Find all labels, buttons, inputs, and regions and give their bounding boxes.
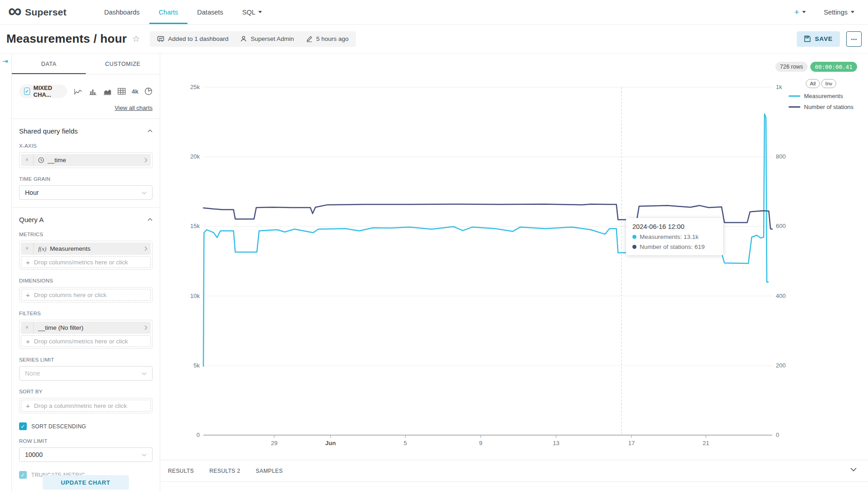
plus-icon: + [26, 402, 30, 410]
tab-customize[interactable]: CUSTOMIZE [86, 54, 160, 74]
nav-item-charts[interactable]: Charts [149, 0, 188, 24]
axis-tick-label: 25k [161, 84, 200, 90]
nav-item-sql[interactable]: SQL [233, 0, 271, 24]
clock-icon [38, 157, 44, 163]
tooltip-title: 2024-06-16 12:00 [632, 223, 717, 230]
view-all-charts-link[interactable]: View all charts [19, 104, 153, 111]
dashboard-icon [157, 35, 164, 43]
shared-query-fields-header[interactable]: Shared query fields [19, 127, 153, 135]
update-chart-button[interactable]: UPDATE CHART [43, 475, 129, 490]
page-title: Measurements / hour [6, 32, 127, 46]
viz-type-chip[interactable]: ✓ MIXED CHA... [19, 84, 67, 98]
close-icon[interactable]: × [21, 154, 34, 166]
metric-name: Measurements [50, 245, 90, 252]
expand-panel-icon[interactable]: ⇥ [2, 57, 8, 65]
tooltip-text: Measurements: 13.1k [640, 233, 699, 240]
more-options-button[interactable]: ... [846, 31, 862, 47]
big-number-icon[interactable]: 4k [132, 88, 138, 95]
top-navbar: ∞ Superset Dashboards Charts Datasets SQ… [0, 0, 868, 25]
checkbox-checked-icon: ✓ [24, 88, 30, 95]
legend-item-number-of-stations[interactable]: Number of stations [789, 104, 853, 110]
dimensions-label: DIMENSIONS [19, 278, 153, 283]
legend-swatch [789, 106, 800, 108]
metric-pill[interactable]: × f(x) Measurements [21, 243, 151, 255]
legend-swatch [789, 95, 800, 97]
axis-tick-label: 17 [620, 440, 643, 446]
filter-name: __time (No filter) [38, 324, 84, 331]
chevron-down-icon [258, 11, 262, 13]
chevron-down-icon [142, 191, 147, 194]
time-grain-label: TIME GRAIN [19, 176, 153, 182]
save-button[interactable]: SAVE [797, 31, 840, 47]
tab-results[interactable]: RESULTS [168, 468, 194, 481]
tab-samples[interactable]: SAMPLES [256, 468, 283, 481]
chart-owner[interactable]: Superset Admin [240, 35, 294, 42]
line-chart-icon[interactable] [74, 88, 83, 95]
viz-type-shortcuts: 4k [74, 87, 153, 95]
divider [12, 119, 160, 119]
metrics-drop-zone[interactable]: + Drop columns/metrics here or click [21, 256, 151, 268]
viz-type-row: ✓ MIXED CHA... 4k [19, 84, 153, 98]
area-chart-icon[interactable] [103, 88, 112, 95]
axis-tick-label: 0 [161, 431, 200, 438]
timer-badge: 00:00:00.41 [810, 62, 857, 72]
divider [12, 207, 160, 208]
axis-tick-label: 5 [394, 440, 417, 446]
chevron-down-icon [851, 11, 854, 13]
bar-chart-icon[interactable] [89, 88, 97, 95]
function-icon: f(x) [38, 245, 46, 253]
legend-item-measurements[interactable]: Measurements [789, 93, 843, 99]
metrics-control: × f(x) Measurements + Drop columns/metri… [19, 241, 153, 270]
chevron-right-icon [141, 246, 151, 251]
axis-tick-label: 600 [776, 223, 794, 229]
series-limit-select[interactable]: None [19, 366, 153, 381]
superset-logo-icon: ∞ [8, 2, 22, 20]
line-plot[interactable] [203, 87, 772, 435]
viz-type-label: MIXED CHA... [34, 84, 62, 98]
axis-tick-label: 20k [161, 153, 200, 160]
row-limit-label: ROW LIMIT [19, 438, 153, 444]
x-axis-label: X-AXIS [19, 143, 153, 149]
added-to-dashboard[interactable]: Added to 1 dashboard [157, 35, 228, 43]
chevron-down-icon [142, 453, 147, 456]
sort-descending-label: SORT DESCENDING [31, 423, 86, 430]
dimensions-control: + Drop columns here or click [19, 287, 153, 303]
favorite-star-icon[interactable]: ☆ [132, 34, 140, 44]
filter-pill[interactable]: × __time (No filter) [21, 322, 151, 334]
results-panel: RESULTS RESULTS 2 SAMPLES [161, 460, 868, 491]
row-count-badge: 726 rows [775, 62, 808, 72]
nav-item-dashboards[interactable]: Dashboards [94, 0, 149, 24]
sort-descending-row[interactable]: ✓ SORT DESCENDING [19, 422, 153, 430]
x-axis-pill[interactable]: × __time [21, 154, 151, 166]
chart-meta: Added to 1 dashboard Superset Admin 5 ho… [150, 31, 355, 47]
user-icon [240, 35, 247, 42]
close-icon[interactable]: × [21, 322, 34, 334]
metrics-label: METRICS [19, 232, 153, 237]
axis-tick-label: 0 [776, 431, 794, 438]
plus-icon: + [794, 7, 799, 17]
legend-inv-button[interactable]: Inv [821, 79, 836, 88]
settings-menu[interactable]: Settings [824, 9, 854, 16]
collapse-results-icon[interactable] [850, 466, 857, 474]
pie-chart-icon[interactable] [144, 87, 153, 95]
chart-canvas: 726 rows 00:00:00.41 All Inv Measurement… [161, 54, 868, 460]
query-a-header[interactable]: Query A [19, 216, 153, 223]
nav-item-datasets[interactable]: Datasets [187, 0, 232, 24]
checkbox-checked-icon[interactable]: ✓ [19, 422, 27, 430]
close-icon[interactable]: × [21, 243, 34, 255]
brand-name: Superset [25, 7, 66, 18]
table-icon[interactable] [118, 88, 126, 95]
filters-drop-zone[interactable]: + Drop columns/metrics here or click [21, 335, 151, 347]
dimensions-drop-zone[interactable]: + Drop columns here or click [21, 289, 151, 301]
tab-results-2[interactable]: RESULTS 2 [209, 468, 240, 481]
new-item-button[interactable]: + [794, 7, 805, 17]
sort-by-drop-zone[interactable]: + Drop a column/metric here or click [21, 400, 151, 412]
tab-data[interactable]: DATA [12, 54, 86, 74]
time-grain-select[interactable]: Hour [19, 185, 153, 200]
superset-logo[interactable]: ∞ Superset [0, 0, 66, 24]
axis-tick-label: Jun [319, 440, 342, 446]
last-modified[interactable]: 5 hours ago [306, 35, 349, 42]
row-limit-select[interactable]: 10000 [19, 447, 153, 462]
legend-all-button[interactable]: All [806, 79, 820, 88]
axis-tick-label: 13 [545, 440, 567, 446]
